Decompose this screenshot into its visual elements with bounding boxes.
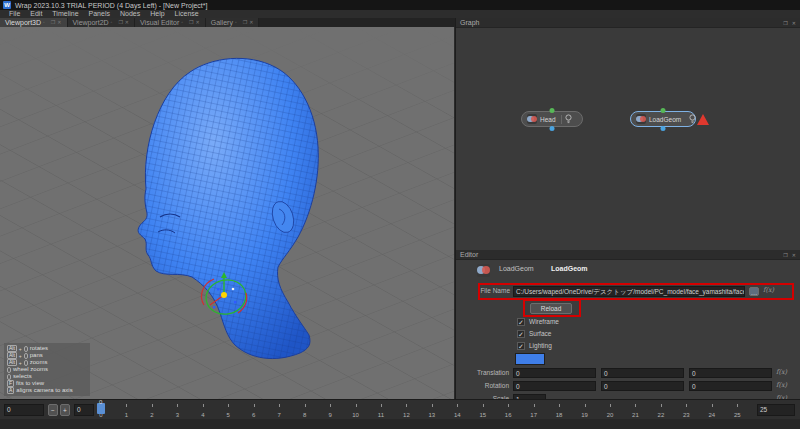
ruler-tick <box>381 404 382 407</box>
surface-checkbox[interactable]: ✓ <box>517 330 525 338</box>
close-panel-icon[interactable]: ✕ <box>792 18 796 28</box>
node-input-port[interactable] <box>661 126 666 131</box>
visibility-bulb-icon[interactable] <box>689 114 696 124</box>
translation-z-input[interactable]: 0 <box>689 368 772 378</box>
ruler-tick <box>737 404 738 407</box>
key-badge-alt: Alt <box>7 359 17 366</box>
ruler-tick <box>356 404 357 407</box>
rotation-y-input[interactable]: 0 <box>601 381 684 391</box>
legend-text: rotates <box>30 345 48 352</box>
ruler-number: 9 <box>328 412 331 418</box>
legend-text: aligns camera to axis <box>16 387 72 394</box>
translation-y-input[interactable]: 0 <box>601 368 684 378</box>
menu-item-license[interactable]: License <box>170 10 204 18</box>
node-separator <box>561 115 562 124</box>
close-tab-icon[interactable]: ✕ <box>196 18 200 27</box>
mouse-icon <box>24 353 28 359</box>
node-input-port[interactable] <box>550 126 555 131</box>
ruler-number: 25 <box>734 412 741 418</box>
ruler-tick <box>126 404 127 407</box>
menu-item-timeline[interactable]: Timeline <box>47 10 83 18</box>
menu-item-nodes[interactable]: Nodes <box>115 10 145 18</box>
float-tab-icon[interactable]: ❐ <box>51 18 55 27</box>
menu-item-edit[interactable]: Edit <box>25 10 47 18</box>
tab-viewport3d[interactable]: Viewport3D◦❐✕ <box>0 18 68 27</box>
editor-node-type: LoadGeom <box>499 265 534 272</box>
frame-decrement-button[interactable]: − <box>48 404 58 416</box>
timeline-start-input[interactable]: 0 <box>4 404 44 416</box>
rotation-label: Rotation <box>456 380 509 391</box>
lighting-checkbox[interactable]: ✓ <box>517 342 525 350</box>
translation-x-input[interactable]: 0 <box>513 368 596 378</box>
tab-label: Gallery <box>211 18 233 27</box>
ruler-number: 13 <box>429 412 436 418</box>
ruler-tick <box>686 404 687 407</box>
title-bar: W Wrap 2023.10.3 TRIAL PERIOD (4 Days Le… <box>0 0 800 10</box>
menu-item-file[interactable]: File <box>4 10 25 18</box>
ruler-number: 23 <box>683 412 690 418</box>
ruler-number: 10 <box>352 412 359 418</box>
fx-expression-label[interactable]: f(x) <box>776 380 787 391</box>
graph-node-head[interactable]: Head <box>521 111 583 127</box>
reload-button[interactable]: Reload <box>530 303 572 314</box>
timeline-end-input[interactable]: 25 <box>757 404 795 416</box>
mesh-color-swatch[interactable] <box>515 353 545 365</box>
fx-expression-label[interactable]: f(x) <box>763 285 774 296</box>
file-name-input[interactable]: C:/Users/waped/OneDrive/デスクトップ/model/PC_… <box>513 286 745 297</box>
ruler-tick <box>279 404 280 407</box>
browse-button[interactable]: … <box>749 287 759 296</box>
tab-gallery[interactable]: Gallery◦❐✕ <box>206 18 260 27</box>
float-tab-icon[interactable]: ❐ <box>189 18 193 27</box>
pin-icon[interactable]: ◦ <box>111 18 113 27</box>
close-tab-icon[interactable]: ✕ <box>57 18 61 27</box>
ruler-number: 24 <box>708 412 715 418</box>
ruler-number: 7 <box>277 412 280 418</box>
tab-viewport2d[interactable]: Viewport2D◦❐✕ <box>68 18 136 27</box>
ruler-number: 5 <box>227 412 230 418</box>
viewport-3d[interactable]: Alt+rotatesAlt+pansAlt+zoomswheel zoomss… <box>0 27 454 399</box>
rotation-x-input[interactable]: 0 <box>513 381 596 391</box>
close-tab-icon[interactable]: ✕ <box>249 18 253 27</box>
timeline-track-strip[interactable] <box>0 419 800 429</box>
key-badge-alt: Alt <box>7 352 17 359</box>
pin-icon[interactable]: ◦ <box>235 18 237 27</box>
pin-icon[interactable]: ◦ <box>181 18 183 27</box>
frame-increment-button[interactable]: + <box>60 404 70 416</box>
ruler-tick <box>559 404 560 407</box>
float-tab-icon[interactable]: ❐ <box>243 18 247 27</box>
graph-panel: Graph ❐ ✕ Head LoadGeom <box>455 18 800 250</box>
graph-node-loadgeom[interactable]: LoadGeom <box>630 111 696 127</box>
pin-icon[interactable]: ◦ <box>43 18 45 27</box>
float-panel-icon[interactable]: ❐ <box>783 18 787 28</box>
legend-text: selects <box>13 373 32 380</box>
rotation-z-input[interactable]: 0 <box>689 381 772 391</box>
ruler-tick <box>432 404 433 407</box>
ruler-tick <box>457 404 458 407</box>
ruler-number: 18 <box>556 412 563 418</box>
ruler-tick <box>254 404 255 407</box>
wireframe-checkbox[interactable]: ✓ <box>517 318 525 326</box>
graph-panel-header: Graph ❐ ✕ <box>456 18 800 28</box>
legend-row: Ffits to view <box>7 380 87 387</box>
close-tab-icon[interactable]: ✕ <box>125 18 129 27</box>
ruler-number: 15 <box>479 412 486 418</box>
float-panel-icon[interactable]: ❐ <box>783 250 787 260</box>
workspace-tab-strip: Viewport3D◦❐✕Viewport2D◦❐✕Visual Editor◦… <box>0 18 455 27</box>
fx-expression-label[interactable]: f(x) <box>776 367 787 378</box>
menu-item-help[interactable]: Help <box>145 10 169 18</box>
float-tab-icon[interactable]: ❐ <box>118 18 122 27</box>
timeline-ruler[interactable]: 0123456789101112131415161718192021222324… <box>96 400 751 419</box>
timeline-current-frame-input[interactable]: 0 <box>74 404 94 416</box>
node-output-port[interactable] <box>661 108 666 113</box>
viewport-legend: Alt+rotatesAlt+pansAlt+zoomswheel zoomss… <box>4 343 90 396</box>
node-output-port[interactable] <box>550 108 555 113</box>
tab-visual-editor[interactable]: Visual Editor◦❐✕ <box>135 18 206 27</box>
application-window: W Wrap 2023.10.3 TRIAL PERIOD (4 Days Le… <box>0 0 800 429</box>
menu-item-panels[interactable]: Panels <box>84 10 115 18</box>
lighting-label: Lighting <box>529 341 552 351</box>
key-badge-alt: Alt <box>7 345 17 352</box>
visibility-bulb-icon[interactable] <box>565 114 572 124</box>
ruler-tick <box>610 404 611 407</box>
editor-panel-header: Editor ❐ ✕ <box>456 250 800 260</box>
close-panel-icon[interactable]: ✕ <box>792 250 796 260</box>
